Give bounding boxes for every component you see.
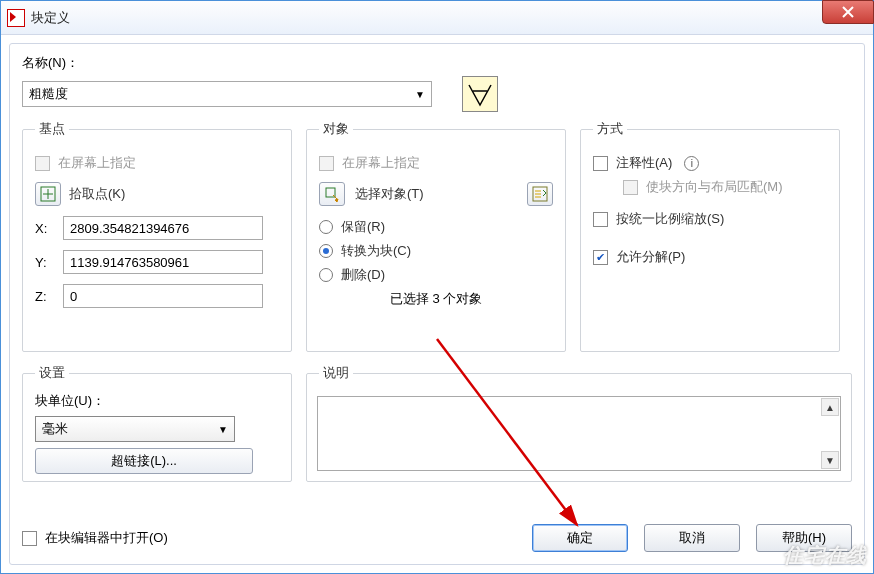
hyperlink-button[interactable]: 超链接(L)... (35, 448, 253, 474)
chevron-down-icon: ▼ (218, 424, 228, 435)
delete-radio[interactable] (319, 268, 333, 282)
select-objects-icon (324, 186, 340, 202)
y-label: Y: (35, 255, 53, 270)
x-label: X: (35, 221, 53, 236)
orient-checkbox (623, 180, 638, 195)
quick-select-icon (532, 186, 548, 202)
objects-onscreen-label: 在屏幕上指定 (342, 154, 420, 172)
pick-point-label: 拾取点(K) (69, 185, 125, 203)
description-group: 说明 ▲ ▼ (306, 364, 852, 482)
objects-legend: 对象 (319, 120, 353, 138)
scroll-down-button[interactable]: ▼ (821, 451, 839, 469)
unit-combobox[interactable]: 毫米 ▼ (35, 416, 235, 442)
basepoint-legend: 基点 (35, 120, 69, 138)
ok-button[interactable]: 确定 (532, 524, 628, 552)
description-textarea[interactable]: ▲ ▼ (317, 396, 841, 471)
name-combobox-value: 粗糙度 (29, 85, 68, 103)
basepoint-group: 基点 在屏幕上指定 拾取点(K) X: Y: (22, 120, 292, 352)
orient-label: 使块方向与布局匹配(M) (646, 178, 783, 196)
convert-label: 转换为块(C) (341, 242, 411, 260)
cancel-label: 取消 (679, 529, 705, 547)
pick-point-button[interactable] (35, 182, 61, 206)
uniform-scale-checkbox[interactable] (593, 212, 608, 227)
chevron-down-icon: ▼ (415, 89, 425, 100)
quick-select-button[interactable] (527, 182, 553, 206)
unit-value: 毫米 (42, 420, 68, 438)
close-icon (841, 5, 855, 19)
window-title: 块定义 (31, 9, 70, 27)
name-combobox[interactable]: 粗糙度 ▼ (22, 81, 432, 107)
titlebar: 块定义 (1, 1, 873, 35)
retain-label: 保留(R) (341, 218, 385, 236)
uniform-scale-label: 按统一比例缩放(S) (616, 210, 724, 228)
annotative-label: 注释性(A) (616, 154, 672, 172)
mode-legend: 方式 (593, 120, 627, 138)
select-objects-button[interactable] (319, 182, 345, 206)
ok-label: 确定 (567, 529, 593, 547)
delete-label: 删除(D) (341, 266, 385, 284)
objects-onscreen-checkbox (319, 156, 334, 171)
settings-group: 设置 块单位(U)： 毫米 ▼ 超链接(L)... (22, 364, 292, 482)
y-input[interactable] (63, 250, 263, 274)
block-preview (462, 76, 498, 112)
open-in-editor-checkbox[interactable] (22, 531, 37, 546)
unit-label: 块单位(U)： (35, 392, 279, 410)
roughness-symbol-icon (465, 79, 495, 109)
basepoint-onscreen-label: 在屏幕上指定 (58, 154, 136, 172)
open-in-editor-label: 在块编辑器中打开(O) (45, 529, 168, 547)
pick-point-icon (40, 186, 56, 202)
allow-explode-checkbox[interactable]: ✔ (593, 250, 608, 265)
mode-group: 方式 注释性(A) i 使块方向与布局匹配(M) 按统一比例缩放(S) ✔ 允许… (580, 120, 840, 352)
hyperlink-label: 超链接(L)... (111, 452, 177, 470)
basepoint-onscreen-checkbox (35, 156, 50, 171)
app-icon (7, 9, 25, 27)
convert-radio[interactable] (319, 244, 333, 258)
select-objects-label: 选择对象(T) (355, 185, 424, 203)
annotative-checkbox[interactable] (593, 156, 608, 171)
allow-explode-label: 允许分解(P) (616, 248, 685, 266)
z-label: Z: (35, 289, 53, 304)
x-input[interactable] (63, 216, 263, 240)
info-icon[interactable]: i (684, 156, 699, 171)
retain-radio[interactable] (319, 220, 333, 234)
scroll-up-button[interactable]: ▲ (821, 398, 839, 416)
cancel-button[interactable]: 取消 (644, 524, 740, 552)
objects-group: 对象 在屏幕上指定 选择对象(T) (306, 120, 566, 352)
description-legend: 说明 (319, 364, 353, 382)
watermark: 住宅在线 (783, 542, 867, 569)
settings-legend: 设置 (35, 364, 69, 382)
selected-count-note: 已选择 3 个对象 (319, 290, 553, 308)
close-button[interactable] (822, 0, 874, 24)
z-input[interactable] (63, 284, 263, 308)
name-label: 名称(N)： (22, 54, 852, 72)
